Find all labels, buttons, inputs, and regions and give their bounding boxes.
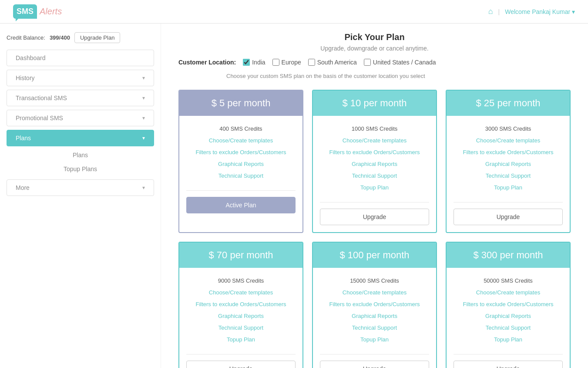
sidebar-item-history[interactable]: History ▾ [7, 70, 154, 86]
sidebar-item-plans[interactable]: Plans ▾ [7, 130, 154, 146]
upgrade-button-70[interactable]: Upgrade [186, 361, 296, 368]
plan-header-100: $ 100 per month [313, 243, 436, 268]
plan-body-10: 1000 SMS Credits Choose/Create templates… [313, 116, 436, 200]
sidebar-sub-plans[interactable]: Plans [7, 148, 154, 162]
plan-feature-topup: Topup Plan [317, 182, 432, 193]
location-europe-checkbox[interactable] [272, 59, 279, 66]
plan-feature-topup: Topup Plan [451, 334, 565, 345]
plan-feature-filters: Filters to exclude Orders/Customers [451, 298, 565, 310]
location-us-canada-checkbox[interactable] [364, 59, 371, 66]
plan-feature-filters: Filters to exclude Orders/Customers [184, 146, 298, 158]
plan-body-5: 400 SMS Credits Choose/Create templates … [179, 116, 302, 189]
plan-feature-reports: Graphical Reports [451, 158, 565, 170]
plan-body-300: 50000 SMS Credits Choose/Create template… [447, 268, 570, 352]
upgrade-plan-button[interactable]: Upgrade Plan [74, 32, 121, 43]
sidebar-item-dashboard[interactable]: Dashboard [7, 50, 154, 66]
sidebar-item-promotional-sms[interactable]: Promotional SMS ▾ [7, 110, 154, 126]
home-icon[interactable]: ⌂ [488, 7, 493, 16]
upgrade-button-100[interactable]: Upgrade [320, 361, 429, 368]
chevron-down-icon: ▾ [142, 95, 145, 101]
plan-feature-topup: Topup Plan [317, 334, 432, 345]
plan-action-10: Upgrade [313, 204, 436, 232]
chevron-down-icon: ▾ [142, 75, 145, 81]
plan-feature-filters: Filters to exclude Orders/Customers [451, 146, 565, 158]
main-layout: Credit Balance: 399/400 Upgrade Plan Das… [0, 24, 588, 368]
plan-header-25: $ 25 per month [447, 91, 570, 116]
plan-feature-templates: Choose/Create templates [317, 135, 432, 146]
sidebar-item-transactional-sms[interactable]: Transactional SMS ▾ [7, 90, 154, 106]
location-europe[interactable]: Europe [272, 59, 301, 66]
header: SMS Alerts ⌂ | Welcome Pankaj Kumar ▾ [0, 0, 588, 24]
header-right: ⌂ | Welcome Pankaj Kumar ▾ [488, 7, 575, 16]
plan-action-25: Upgrade [447, 204, 570, 232]
location-note: Choose your custom SMS plan on the basis… [178, 73, 571, 79]
plan-feature-support: Technical Support [317, 170, 432, 182]
plan-feature-credits: 1000 SMS Credits [317, 123, 432, 135]
upgrade-button-300[interactable]: Upgrade [454, 361, 563, 368]
plan-header-300: $ 300 per month [447, 243, 570, 268]
user-greeting[interactable]: Welcome Pankaj Kumar ▾ [505, 8, 575, 15]
sidebar-item-label: History [16, 74, 35, 81]
location-india[interactable]: India [243, 59, 265, 66]
plan-feature-templates: Choose/Create templates [184, 287, 298, 298]
plan-feature-credits: 400 SMS Credits [184, 123, 298, 135]
plan-header-10: $ 10 per month [313, 91, 436, 116]
chevron-down-icon: ▾ [142, 115, 145, 121]
plan-feature-credits: 50000 SMS Credits [451, 275, 565, 287]
plan-feature-credits: 9000 SMS Credits [184, 275, 298, 287]
page-title: Pick Your Plan [178, 32, 571, 42]
plan-feature-templates: Choose/Create templates [317, 287, 432, 298]
plan-card-300: $ 300 per month 50000 SMS Credits Choose… [446, 242, 571, 368]
sidebar-item-label: Plans [16, 135, 31, 142]
upgrade-button-10[interactable]: Upgrade [320, 209, 429, 225]
plan-feature-topup: Topup Plan [184, 334, 298, 345]
location-us-canada-label: United States / Canada [373, 59, 436, 66]
plan-action-70: Upgrade [179, 356, 302, 368]
sidebar-item-label: Promotional SMS [16, 115, 63, 122]
plan-feature-support: Technical Support [184, 170, 298, 182]
sidebar-sub-topup-plans[interactable]: Topup Plans [7, 162, 154, 176]
sidebar-item-label: Dashboard [16, 54, 46, 61]
location-options: India Europe South America United States… [243, 59, 436, 66]
customer-location-label: Customer Location: [178, 59, 236, 66]
location-south-america[interactable]: South America [308, 59, 357, 66]
location-india-checkbox[interactable] [243, 59, 250, 66]
location-india-label: India [252, 59, 265, 66]
active-plan-button: Active Plan [186, 197, 296, 213]
plan-feature-filters: Filters to exclude Orders/Customers [317, 298, 432, 310]
plan-header-5: $ 5 per month [179, 91, 302, 116]
location-europe-label: Europe [282, 59, 301, 66]
sidebar-item-more[interactable]: More ▾ [7, 179, 154, 196]
plan-feature-support: Technical Support [317, 322, 432, 334]
plan-feature-reports: Graphical Reports [317, 158, 432, 170]
page-subtitle: Upgrade, downgrade or cancel anytime. [178, 45, 571, 52]
plan-card-100: $ 100 per month 15000 SMS Credits Choose… [312, 242, 437, 368]
plan-action-100: Upgrade [313, 356, 436, 368]
plan-feature-reports: Graphical Reports [184, 310, 298, 322]
main-content: Pick Your Plan Upgrade, downgrade or can… [161, 24, 588, 368]
plan-feature-credits: 3000 SMS Credits [451, 123, 565, 135]
credit-balance: Credit Balance: 399/400 Upgrade Plan [7, 32, 154, 43]
logo: SMS Alerts [13, 4, 62, 19]
plan-feature-templates: Choose/Create templates [451, 135, 565, 146]
plan-body-25: 3000 SMS Credits Choose/Create templates… [447, 116, 570, 200]
upgrade-button-25[interactable]: Upgrade [454, 209, 563, 225]
plan-action-300: Upgrade [447, 356, 570, 368]
location-south-america-label: South America [317, 59, 357, 66]
plan-card-5: $ 5 per month 400 SMS Credits Choose/Cre… [178, 90, 303, 233]
sidebar: Credit Balance: 399/400 Upgrade Plan Das… [0, 24, 161, 368]
plan-card-70: $ 70 per month 9000 SMS Credits Choose/C… [178, 242, 303, 368]
logo-sms: SMS [13, 4, 37, 19]
plans-grid-row2: $ 70 per month 9000 SMS Credits Choose/C… [178, 242, 571, 368]
plan-feature-support: Technical Support [451, 170, 565, 182]
sidebar-item-label: More [16, 184, 30, 191]
plan-card-10: $ 10 per month 1000 SMS Credits Choose/C… [312, 90, 437, 233]
header-separator: | [498, 8, 500, 15]
credit-value: 399/400 [50, 34, 70, 41]
chevron-down-icon: ▾ [142, 135, 145, 141]
plan-feature-filters: Filters to exclude Orders/Customers [184, 298, 298, 310]
plan-feature-support: Technical Support [451, 322, 565, 334]
plan-feature-filters: Filters to exclude Orders/Customers [317, 146, 432, 158]
location-south-america-checkbox[interactable] [308, 59, 315, 66]
location-us-canada[interactable]: United States / Canada [364, 59, 436, 66]
